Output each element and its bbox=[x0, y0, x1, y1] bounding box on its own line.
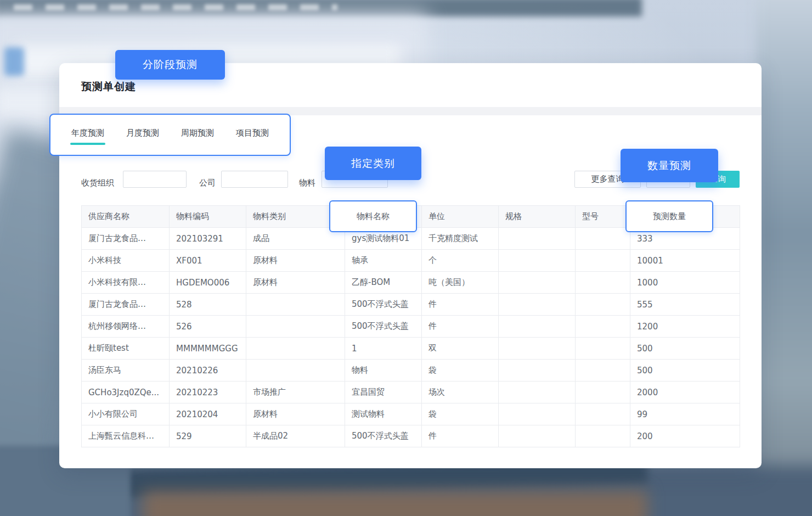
table-cell: 原材料 bbox=[246, 403, 345, 425]
table-cell bbox=[499, 316, 576, 338]
bg-desk-wood bbox=[143, 491, 647, 516]
table-cell: HGDEMO006 bbox=[170, 272, 246, 294]
table-cell: 吨（美国） bbox=[422, 272, 499, 294]
table-cell bbox=[576, 403, 630, 425]
forecast-table-wrap: 供应商名称物料编码物料类别单位规格型号 厦门古龙食品…202103291成品gy… bbox=[81, 205, 740, 447]
material-label: 物料 bbox=[299, 175, 315, 192]
table-cell: 个 bbox=[422, 250, 499, 272]
table-cell: 千克精度测试 bbox=[422, 228, 499, 250]
staged-forecast-badge: 分阶段预测 bbox=[115, 50, 225, 80]
table-cell: 市场推广 bbox=[246, 382, 345, 403]
table-row[interactable]: 小小有限公司20210204原材料测试物料袋99 bbox=[82, 403, 740, 425]
tab-1[interactable]: 月度预测 bbox=[125, 125, 160, 145]
table-row[interactable]: 厦门古龙食品…528500不浮式头盖件555 bbox=[82, 294, 740, 316]
specify-category-badge: 指定类别 bbox=[325, 147, 421, 180]
highlight-material-name-header: 物料名称 bbox=[329, 200, 417, 232]
table-cell: 宜昌国贸 bbox=[345, 382, 422, 403]
table-cell bbox=[499, 272, 576, 294]
table-cell: 1200 bbox=[630, 316, 740, 338]
table-cell: XF001 bbox=[170, 250, 246, 272]
table-cell: 555 bbox=[630, 294, 740, 316]
table-cell bbox=[576, 360, 630, 382]
table-cell bbox=[246, 316, 345, 338]
table-cell bbox=[576, 382, 630, 403]
table-cell: 500 bbox=[630, 360, 740, 382]
table-cell bbox=[499, 228, 576, 250]
table-cell bbox=[576, 250, 630, 272]
table-cell: 件 bbox=[422, 425, 499, 447]
company-label: 公司 bbox=[199, 175, 216, 192]
column-header-5: 规格 bbox=[499, 206, 576, 228]
column-header-1: 物料编码 bbox=[170, 206, 246, 228]
company-input[interactable] bbox=[221, 171, 288, 188]
table-row[interactable]: GCHo3Jzq0ZQe...20210223市场推广宜昌国贸场次2000 bbox=[82, 382, 740, 403]
table-cell bbox=[499, 425, 576, 447]
table-cell bbox=[576, 316, 630, 338]
table-cell bbox=[499, 250, 576, 272]
tab-label: 月度预测 bbox=[126, 128, 159, 138]
highlight-forecast-qty-header: 预测数量 bbox=[625, 200, 713, 232]
table-cell: 小米科技有限… bbox=[82, 272, 170, 294]
table-cell: 测试物料 bbox=[345, 403, 422, 425]
table-cell bbox=[576, 338, 630, 360]
table-cell: 袋 bbox=[422, 360, 499, 382]
screenshot-stage: 预测单创建 收货组织 公司 物料 更多查询 查询 供应商名称物料编码物料类别单位… bbox=[0, 0, 812, 516]
table-cell: 10001 bbox=[630, 250, 740, 272]
table-cell: 99 bbox=[630, 403, 740, 425]
table-cell: 小米科技 bbox=[82, 250, 170, 272]
table-cell bbox=[246, 294, 345, 316]
table-cell: 200 bbox=[630, 425, 740, 447]
table-row[interactable]: 小米科技XF001原材料轴承个10001 bbox=[82, 250, 740, 272]
table-cell: 杜昕颐test bbox=[82, 338, 170, 360]
table-row[interactable]: 汤臣东马20210226物料袋500 bbox=[82, 360, 740, 382]
receiving-org-label: 收货组织 bbox=[81, 175, 114, 192]
column-header-6: 型号 bbox=[576, 206, 630, 228]
table-cell bbox=[576, 228, 630, 250]
table-row[interactable]: 杭州移领网络…526500不浮式头盖件1200 bbox=[82, 316, 740, 338]
tab-2[interactable]: 周期预测 bbox=[180, 125, 215, 145]
receiving-org-input[interactable] bbox=[123, 171, 187, 188]
active-tab-underline bbox=[70, 143, 105, 145]
table-cell: 1000 bbox=[630, 272, 740, 294]
table-cell: 529 bbox=[170, 425, 246, 447]
table-cell: GCHo3Jzq0ZQe... bbox=[82, 382, 170, 403]
table-cell: 20210223 bbox=[170, 382, 246, 403]
tab-label: 项目预测 bbox=[236, 128, 269, 138]
tab-label: 年度预测 bbox=[71, 128, 104, 138]
table-cell: 500不浮式头盖 bbox=[345, 425, 422, 447]
table-row[interactable]: 上海甄云信息科…529半成品02500不浮式头盖件200 bbox=[82, 425, 740, 447]
table-cell: 500 bbox=[630, 338, 740, 360]
table-cell: 轴承 bbox=[345, 250, 422, 272]
tab-3[interactable]: 项目预测 bbox=[235, 125, 270, 145]
table-row[interactable]: 杜昕颐testMMMMMMGGG1双500 bbox=[82, 338, 740, 360]
table-cell: 500不浮式头盖 bbox=[345, 316, 422, 338]
bg-menubar-text-blur bbox=[14, 4, 337, 10]
table-cell: 小小有限公司 bbox=[82, 403, 170, 425]
column-header-4: 单位 bbox=[422, 206, 499, 228]
table-cell: 杭州移领网络… bbox=[82, 316, 170, 338]
table-cell bbox=[246, 338, 345, 360]
table-cell: 物料 bbox=[345, 360, 422, 382]
table-cell: 双 bbox=[422, 338, 499, 360]
table-cell bbox=[499, 382, 576, 403]
table-cell: 20210226 bbox=[170, 360, 246, 382]
tab-0[interactable]: 年度预测 bbox=[70, 125, 105, 145]
table-row[interactable]: 小米科技有限…HGDEMO006原材料乙醇-BOM吨（美国）1000 bbox=[82, 272, 740, 294]
tab-label: 周期预测 bbox=[181, 128, 214, 138]
table-cell: 原材料 bbox=[246, 272, 345, 294]
table-cell: 上海甄云信息科… bbox=[82, 425, 170, 447]
table-cell: 汤臣东马 bbox=[82, 360, 170, 382]
table-cell bbox=[576, 272, 630, 294]
table-cell: 件 bbox=[422, 316, 499, 338]
table-cell: 528 bbox=[170, 294, 246, 316]
bg-person-blur bbox=[756, 0, 812, 516]
page-title: 预测单创建 bbox=[81, 80, 136, 94]
table-cell: 2000 bbox=[630, 382, 740, 403]
table-cell: 半成品02 bbox=[246, 425, 345, 447]
table-cell bbox=[499, 360, 576, 382]
table-cell: MMMMMMGGG bbox=[170, 338, 246, 360]
table-cell: 件 bbox=[422, 294, 499, 316]
table-cell bbox=[499, 294, 576, 316]
table-cell: 500不浮式头盖 bbox=[345, 294, 422, 316]
table-cell: 厦门古龙食品… bbox=[82, 294, 170, 316]
